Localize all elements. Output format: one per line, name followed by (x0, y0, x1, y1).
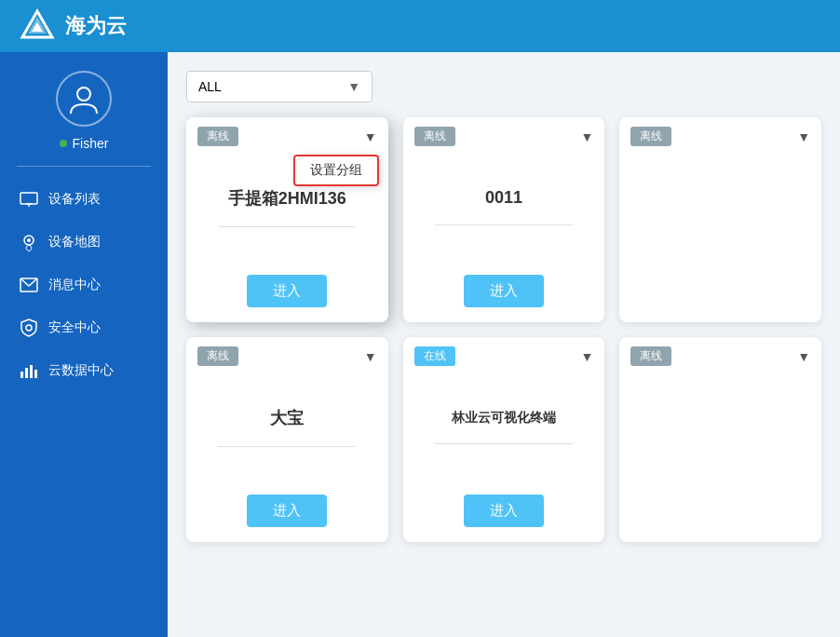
status-badge-5: 在线 (414, 346, 455, 366)
device-card-6: 离线 ▼ (619, 337, 821, 542)
status-badge-2: 离线 (414, 127, 455, 146)
card-2-menu-arrow[interactable]: ▼ (580, 129, 593, 144)
device-name-1: 手提箱2HMI136 (228, 187, 346, 210)
mail-icon (19, 275, 39, 295)
sidebar-item-message-center[interactable]: 消息中心 (0, 264, 168, 306)
card-2-footer: 进入 (403, 265, 605, 322)
card-1-menu-arrow[interactable]: ▼ (364, 129, 377, 144)
card-4-divider (218, 446, 356, 447)
device-card-3: 离线 ▼ (619, 117, 821, 322)
card-4-footer: 进入 (186, 485, 388, 542)
app-title: 海为云 (65, 12, 127, 40)
card-3-body (619, 156, 821, 322)
sidebar-item-security-center[interactable]: 安全中心 (0, 306, 168, 349)
device-name-5: 林业云可视化终端 (452, 410, 556, 427)
sidebar-nav: 设备列表 设备地图 (0, 178, 168, 392)
card-2-divider (435, 224, 573, 225)
status-badge-6: 离线 (630, 346, 671, 366)
device-card-1: 离线 ▼ 设置分组 手提箱2HMI136 进入 (186, 117, 388, 322)
svg-point-3 (77, 88, 90, 101)
device-card-4: 离线 ▼ 大宝 进入 (186, 337, 388, 542)
device-name-4: 大宝 (270, 407, 304, 429)
svg-rect-4 (20, 193, 37, 204)
logo-container: 海为云 (19, 7, 127, 45)
sidebar-divider (17, 166, 151, 167)
enter-button-4[interactable]: 进入 (247, 495, 327, 527)
card-4-header: 离线 ▼ (186, 337, 388, 375)
svg-rect-11 (20, 372, 23, 378)
device-name-2: 0011 (485, 188, 522, 208)
app-header: 海为云 (0, 0, 840, 52)
card-3-menu-arrow[interactable]: ▼ (797, 129, 810, 144)
dropdown-label-1: 设置分组 (310, 162, 362, 177)
sidebar-label-cloud-data: 云数据中心 (48, 362, 114, 379)
content-area: ALL ▼ 离线 ▼ 设置分组 手提箱2HMI136 (168, 52, 840, 637)
sidebar-item-device-map[interactable]: 设备地图 (0, 221, 168, 264)
sidebar-label-device-map: 设备地图 (48, 234, 101, 251)
avatar (56, 71, 112, 127)
card-3-header: 离线 ▼ (619, 117, 821, 156)
enter-button-2[interactable]: 进入 (464, 275, 544, 307)
main-layout: Fisher 设备列表 (0, 52, 840, 637)
sidebar: Fisher 设备列表 (0, 52, 168, 637)
svg-rect-14 (34, 370, 37, 378)
status-badge-1: 离线 (197, 127, 238, 146)
map-icon (19, 232, 39, 252)
svg-point-8 (27, 238, 31, 242)
card-6-body (619, 375, 821, 542)
svg-rect-13 (30, 365, 33, 378)
sidebar-label-device-list: 设备列表 (48, 191, 101, 208)
chevron-down-icon: ▼ (347, 79, 360, 94)
card-2-header: 离线 ▼ (403, 117, 605, 156)
card-4-body: 大宝 (186, 375, 388, 485)
device-card-2: 离线 ▼ 0011 进入 (403, 117, 605, 322)
svg-point-10 (26, 325, 32, 331)
card-1-divider (218, 226, 356, 227)
card-6-header: 离线 ▼ (619, 337, 821, 375)
svg-rect-12 (25, 368, 28, 378)
filter-select[interactable]: ALL ▼ (186, 71, 373, 102)
device-card-5: 在线 ▼ 林业云可视化终端 进入 (403, 337, 605, 542)
card-1-footer: 进入 (186, 265, 388, 322)
card-5-body: 林业云可视化终端 (403, 375, 605, 485)
logo-icon (19, 7, 56, 45)
chart-icon (19, 360, 39, 381)
card-1-header: 离线 ▼ (186, 117, 388, 156)
sidebar-label-message-center: 消息中心 (48, 277, 101, 293)
online-dot (60, 140, 67, 147)
sidebar-item-cloud-data[interactable]: 云数据中心 (0, 349, 168, 392)
cards-grid: 离线 ▼ 设置分组 手提箱2HMI136 进入 离线 (186, 117, 821, 542)
enter-button-1[interactable]: 进入 (247, 275, 327, 307)
card-6-menu-arrow[interactable]: ▼ (797, 349, 810, 364)
card-5-footer: 进入 (403, 485, 605, 542)
card-5-header: 在线 ▼ (403, 337, 605, 375)
shield-icon (19, 318, 39, 338)
enter-button-5[interactable]: 进入 (464, 495, 544, 527)
monitor-icon (19, 189, 39, 210)
card-2-body: 0011 (403, 156, 605, 265)
card-4-menu-arrow[interactable]: ▼ (364, 349, 377, 364)
card-1-dropdown[interactable]: 设置分组 (293, 155, 379, 186)
filter-label: ALL (198, 79, 222, 94)
status-badge-4: 离线 (197, 346, 238, 366)
username-label: Fisher (60, 136, 109, 151)
card-5-divider (435, 443, 573, 444)
sidebar-label-security-center: 安全中心 (48, 319, 101, 336)
filter-bar: ALL ▼ (186, 71, 821, 102)
username-text: Fisher (73, 136, 109, 151)
status-badge-3: 离线 (630, 127, 671, 146)
sidebar-item-device-list[interactable]: 设备列表 (0, 178, 168, 221)
avatar-icon (67, 82, 101, 115)
card-5-menu-arrow[interactable]: ▼ (580, 349, 593, 364)
